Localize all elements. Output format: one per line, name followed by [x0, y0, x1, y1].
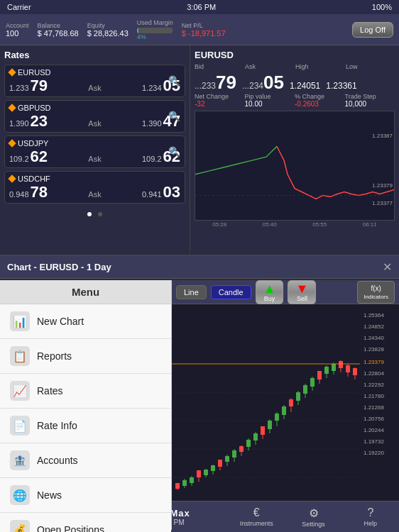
menu-item-rate-info[interactable]: 📄 Rate Info: [0, 409, 171, 443]
menu-item-label: Reports: [37, 350, 72, 362]
rates-title: Rates: [4, 50, 185, 60]
battery-display: 100%: [372, 3, 392, 11]
equity-label: Equity: [87, 22, 129, 29]
chart-section: Chart - EURUSD - 1 Day ✕ Menu 📊 New Char…: [0, 255, 399, 530]
nav-item-settings[interactable]: ⚙ Settings: [285, 506, 341, 528]
line-button[interactable]: Line: [176, 285, 207, 299]
eurusd-detail-title: EURUSD: [195, 50, 395, 60]
rate-symbol-eurusd: EURUSD: [9, 68, 180, 77]
ask-col: Ask: [245, 63, 294, 70]
svg-text:1.22804: 1.22804: [364, 370, 384, 377]
rate-bid-ask-eurusd: 1.233 79 Ask 1.234 05 🔍: [9, 78, 180, 94]
account-value: 100: [6, 29, 29, 38]
menu-item-rates[interactable]: 📈 Rates: [0, 374, 171, 409]
eurusd-big-values: ...23379 ...23405 1.24051 1.23361: [195, 73, 395, 92]
svg-rect-20: [175, 483, 180, 489]
used-margin-bar: [137, 28, 173, 33]
high-group: 1.24051: [290, 79, 320, 92]
dot-active: [87, 212, 92, 216]
rate-item-usdjpy[interactable]: USDJPY 109.2 62 Ask 109.2 62 🔍: [4, 135, 185, 168]
chart-toolbar: Line Candle ▲ Buy ▼ Sell f(x)Indicators: [172, 280, 399, 304]
chart-price-mid: 1.23379: [372, 182, 393, 189]
bid-big-group: ...23379: [195, 73, 236, 92]
svg-text:1.20756: 1.20756: [364, 416, 384, 422]
high-col: High: [295, 63, 344, 70]
diamond-icon: [8, 139, 16, 147]
menu-item-new-chart[interactable]: 📊 New Chart: [0, 304, 171, 339]
rate-bid-ask-gbpusd: 1.390 23 Ask 1.390 47 🔍: [9, 113, 180, 129]
menu-item-label: Rates: [37, 385, 63, 397]
svg-rect-34: [225, 456, 229, 462]
net-pl-label: Net P/L: [182, 22, 226, 29]
balance-label: Balance: [38, 22, 79, 29]
svg-text:1.22292: 1.22292: [364, 382, 384, 388]
net-pl-value: $ -18,971.57: [182, 29, 226, 38]
svg-text:1.24340: 1.24340: [364, 335, 384, 341]
search-icon-gbpusd[interactable]: 🔍: [168, 111, 180, 122]
account-field: Account 100: [6, 22, 29, 38]
svg-rect-40: [246, 440, 251, 447]
indicators-button[interactable]: f(x)Indicators: [357, 281, 395, 304]
down-arrow-icon: ▼: [295, 282, 308, 295]
svg-rect-68: [346, 365, 350, 372]
svg-rect-46: [268, 421, 272, 429]
chart-header: Chart - EURUSD - 1 Day ✕: [0, 256, 399, 279]
menu-item-reports[interactable]: 📋 Reports: [0, 339, 171, 374]
candle-button[interactable]: Candle: [211, 285, 251, 299]
equity-field: Equity $ 28,826.43: [87, 22, 129, 38]
mini-chart: 1.23387 1.23379 1.23377: [195, 111, 395, 221]
menu-item-accounts[interactable]: 🏦 Accounts: [0, 443, 171, 478]
diamond-icon: [8, 104, 16, 111]
chart-price-high: 1.23387: [372, 133, 393, 139]
svg-text:1.25364: 1.25364: [364, 312, 384, 318]
chart-title: Chart - EURUSD - 1 Day: [7, 262, 111, 272]
equity-value: $ 28,826.43: [87, 29, 129, 38]
time-label-1: 05:28: [212, 221, 226, 228]
nav-item-help[interactable]: ? Help: [342, 506, 399, 527]
rate-item-eurusd[interactable]: EURUSD 1.233 79 Ask 1.234 05 🔍: [4, 65, 185, 97]
used-margin-field: Used Margin 4%: [137, 19, 173, 40]
time-label-2: 05:40: [263, 221, 277, 228]
menu-overlay: Menu 📊 New Chart 📋 Reports 📈 Rates 📄 Rat…: [0, 280, 172, 530]
svg-rect-50: [282, 406, 286, 415]
pip-value-cell: Pip value 10.00: [245, 93, 295, 108]
menu-item-label: Accounts: [37, 455, 78, 466]
svg-rect-54: [296, 392, 300, 401]
svg-text:1.20244: 1.20244: [364, 427, 384, 433]
svg-text:1.19220: 1.19220: [364, 450, 384, 456]
balance-field: Balance $ 47,768.68: [38, 22, 79, 38]
chart-price-low: 1.23377: [372, 200, 393, 206]
carrier-label: Carrier: [7, 3, 31, 11]
nav-item-instruments[interactable]: € Instruments: [228, 506, 285, 527]
rate-item-usdchf[interactable]: USDCHF 0.948 78 Ask 0.941 03: [4, 171, 185, 204]
search-icon-usdjpy[interactable]: 🔍: [168, 146, 180, 157]
svg-rect-52: [289, 399, 293, 406]
candle-chart-svg: 1.25364 1.24852 1.24340 1.23828 1.23379 …: [172, 304, 399, 530]
svg-rect-56: [303, 385, 307, 394]
rate-bid-eurusd: 1.233 79: [9, 78, 48, 94]
svg-text:1.21268: 1.21268: [364, 404, 384, 411]
menu-item-open-positions[interactable]: 💰 Open Positions: [0, 513, 171, 532]
sell-button[interactable]: ▼ Sell: [288, 280, 316, 304]
mini-chart-svg: [195, 111, 394, 220]
search-icon[interactable]: 🔍: [168, 75, 180, 87]
trading-header: Account 100 Balance $ 47,768.68 Equity $…: [0, 14, 399, 45]
chart-close-button[interactable]: ✕: [383, 260, 392, 274]
buy-button[interactable]: ▲ Buy: [256, 280, 284, 304]
trade-step-cell: Trade Step 10,000: [345, 93, 395, 108]
menu-item-news[interactable]: 🌐 News: [0, 478, 171, 513]
svg-text:1.19732: 1.19732: [364, 438, 384, 445]
rate-ask-usdchf: 0.941 03: [142, 184, 180, 200]
mini-chart-time-labels: 05:28 05:40 05:55 06:11: [195, 221, 395, 228]
dot-inactive: [98, 212, 102, 216]
menu-item-label: News: [37, 489, 62, 501]
balance-value: $ 47,768.68: [38, 29, 79, 38]
log-off-button[interactable]: Log Off: [352, 22, 393, 38]
svg-rect-26: [197, 470, 201, 477]
menu-item-icon: 📋: [10, 346, 30, 366]
svg-rect-44: [261, 426, 265, 435]
rate-bid-ask-usdjpy: 109.2 62 Ask 109.2 62 🔍: [9, 149, 180, 165]
rate-symbol-gbpusd: GBPUSD: [9, 104, 180, 112]
rate-item-gbpusd[interactable]: GBPUSD 1.390 23 Ask 1.390 47 🔍: [4, 100, 185, 133]
svg-rect-28: [204, 470, 208, 475]
